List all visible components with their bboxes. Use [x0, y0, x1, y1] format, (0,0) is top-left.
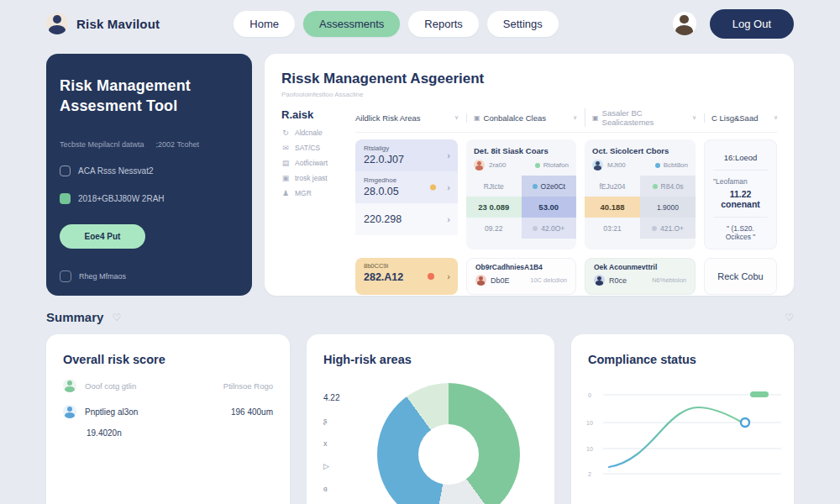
- notes-card: 16:Loeod "Leofaman 11.22 conenant " (1.S…: [704, 139, 777, 249]
- sidebar-card: Risk Management Assesment Tool Tecbste M…: [46, 54, 252, 296]
- nav-assessments[interactable]: Assessments: [303, 11, 400, 37]
- heart-icon[interactable]: ♡: [785, 312, 794, 323]
- brand-name: Risk Mavilout: [76, 17, 160, 31]
- svg-text:2: 2: [588, 471, 591, 477]
- avatar: [474, 160, 485, 171]
- menu-item-4[interactable]: ▣ trosk jeast: [281, 174, 349, 182]
- menu-item-3[interactable]: ▤ Aotficiwart: [281, 159, 349, 167]
- table-row[interactable]: 220.298 ›: [355, 203, 458, 235]
- note-icon: ▤: [281, 159, 290, 167]
- chevron-down-icon: ∨: [692, 114, 696, 121]
- chevron-right-icon: ›: [447, 214, 450, 224]
- card-title: Overall risk score: [63, 353, 273, 366]
- menu-item-1[interactable]: ↻ Aldcnale: [281, 129, 349, 137]
- sidebar-meta-right: ;2002 Tcohet: [156, 140, 199, 149]
- person-icon-green: [63, 379, 76, 392]
- cell: 421.O+: [640, 218, 696, 239]
- col-header-1[interactable]: Aildlick Risk Areas ∨: [355, 113, 458, 123]
- high-risk-card: High-risk areas 4.22 ʂ x ▷ ɞ: [307, 334, 554, 504]
- panel-subtitle: Paofooloinfestloo Assacline: [281, 91, 777, 98]
- col-header-4[interactable]: C Lisg&Saad ∨: [704, 113, 777, 123]
- cell: 1.9000: [640, 197, 696, 218]
- svg-text:10: 10: [586, 446, 593, 452]
- heart-icon[interactable]: ♡: [112, 312, 121, 323]
- highlight-row[interactable]: 8b0CC9i 282.A12 ›: [355, 258, 458, 295]
- table-row[interactable]: Rmgedhoe 28.0.05 ›: [355, 171, 458, 203]
- col-header-2[interactable]: ▣ Conbalalce Cleas ∨: [466, 113, 576, 123]
- sidebar-item-1-label: ACA Rsss Nessvat2: [78, 166, 153, 176]
- overall-risk-card: Overall risk score Ooof cotg gtlin Ptiln…: [46, 334, 290, 504]
- cell: 09.22: [466, 218, 522, 239]
- nav-reports[interactable]: Reports: [408, 11, 479, 37]
- line-chart: 0 10 10 2: [571, 368, 794, 504]
- accountment-cell: Oek Acounmevttril R0ce N6%ebtolon: [585, 258, 696, 295]
- table-row[interactable]: Rtslaligy 22.0.J07 ›: [355, 139, 458, 171]
- top-bar: Risk Mavilout Home Assessments Reports S…: [0, 0, 840, 47]
- avatar: [594, 275, 605, 286]
- main-nav: Home Assessments Reports Settings: [234, 11, 559, 37]
- chevron-down-icon: ∨: [774, 114, 777, 121]
- cell: 53.00: [522, 197, 577, 218]
- scorecard-card: Oct. Sicolcert Cbors MJt00 Bcbt8on fEJu2…: [585, 139, 696, 249]
- summary-heading: Summary: [46, 310, 103, 324]
- status-dot-green: [535, 163, 540, 168]
- refresh-icon: ↻: [281, 129, 290, 137]
- col-header-3[interactable]: ▣ Sasaler BC Sealicastemes ∨: [585, 108, 696, 127]
- table-header-row: Aildlick Risk Areas ∨ ▣ Conbalalce Cleas…: [355, 108, 777, 133]
- status-dot-red: [428, 273, 434, 280]
- panel-title: Rissk Managenent Asgeerient: [281, 71, 777, 87]
- avatar: [592, 160, 603, 171]
- user-avatar[interactable]: [673, 12, 696, 35]
- chevron-down-icon: ∨: [573, 114, 576, 121]
- status-dot-orange: [430, 185, 436, 191]
- status-dot-blue: [655, 163, 660, 168]
- checkbox-label: Rheg Mfmaos: [79, 272, 126, 281]
- line-marker: [741, 418, 749, 427]
- doc-icon: ▣: [281, 174, 290, 182]
- sidebar-meta-left: Tecbste Mepilacnl datwta: [60, 140, 144, 149]
- sidebar-item-2[interactable]: 2018+GBJJ80W 2RAH: [60, 193, 239, 204]
- leaf-icon: [60, 193, 71, 204]
- menu-item-5[interactable]: ♟ MGR: [281, 189, 349, 197]
- chevron-right-icon: ›: [447, 182, 450, 192]
- donut-chart-wrap: [377, 383, 520, 504]
- cell: fEJu204: [585, 176, 640, 197]
- person-icon: ♟: [281, 189, 290, 197]
- compliance-line: [609, 407, 741, 467]
- cell: RJtcte: [466, 176, 522, 197]
- svg-text:10: 10: [586, 420, 593, 426]
- nav-home[interactable]: Home: [234, 11, 295, 37]
- risk-label: R.aisk: [281, 108, 349, 121]
- status-dot-green: [653, 184, 658, 189]
- cell: 23 0.089: [466, 197, 522, 218]
- sidebar-item-1[interactable]: ACA Rsss Nessvat2: [60, 165, 239, 176]
- status-dot-gray: [652, 226, 657, 231]
- main-panel: Rissk Managenent Asgeerient Paofooloinfe…: [265, 54, 794, 296]
- grid-icon: ▣: [592, 114, 599, 122]
- chevron-right-icon: ›: [447, 271, 450, 281]
- card-title: High-risk areas: [323, 353, 538, 366]
- cell: 42.0O+: [522, 218, 577, 239]
- menu-item-2[interactable]: ✉ SAT/CS: [281, 144, 349, 152]
- sidebar-title: Risk Management Assesment Tool: [60, 76, 239, 117]
- cell: 40.188: [585, 197, 640, 218]
- sidebar-action-button[interactable]: Eoe4 Put: [60, 224, 145, 249]
- logout-button[interactable]: Log Out: [710, 9, 794, 39]
- nav-settings[interactable]: Settings: [487, 11, 559, 37]
- chevron-right-icon: ›: [447, 150, 450, 160]
- donut-hole: [418, 424, 479, 485]
- brand[interactable]: Risk Mavilout: [46, 13, 160, 34]
- cell: 03:21: [585, 218, 640, 239]
- checkbox[interactable]: [60, 270, 71, 282]
- chat-icon: ✉: [281, 144, 290, 152]
- score-value: 19.4020n: [87, 428, 273, 438]
- cell: O2e0Ct: [522, 176, 577, 197]
- chevron-down-icon: ∨: [454, 114, 458, 121]
- reck-cobu-button[interactable]: Reck Cobu: [704, 258, 777, 295]
- person-icon-blue: [63, 405, 76, 418]
- compliance-card: Det. 8it Siask Coars 2ra00 Rtotafon RJtc…: [466, 139, 576, 249]
- risk-areas-card: Rtslaligy 22.0.J07 › Rmgedhoe 28.0.05 ›: [355, 139, 458, 249]
- grid-icon: ▣: [474, 114, 480, 122]
- avatar: [475, 275, 486, 286]
- badge-icon: [60, 165, 71, 176]
